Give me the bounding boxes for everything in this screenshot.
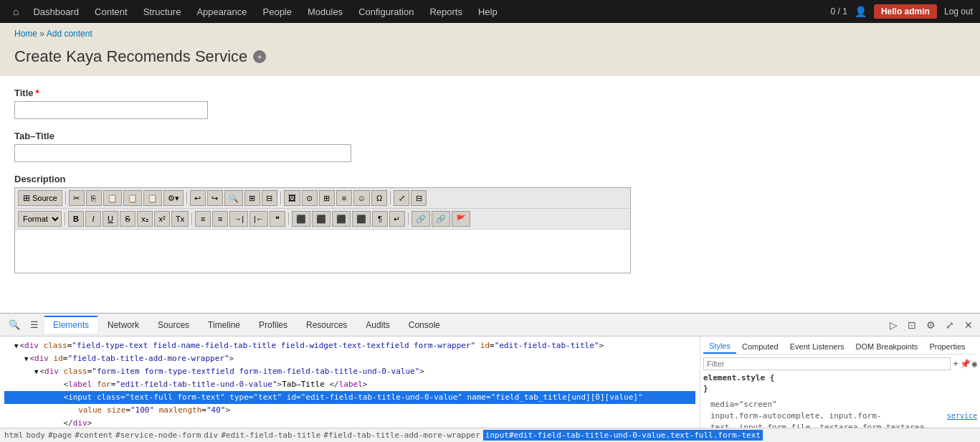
nav-configuration[interactable]: Configuration (351, 2, 421, 22)
find-button[interactable]: 🔍 (224, 190, 243, 206)
main-content: Title * Tab–Title Description ⊞ Source ✂… (0, 76, 980, 296)
align-left-button[interactable]: ⬛ (292, 211, 310, 227)
paste-text-button[interactable]: 📋 (123, 190, 142, 206)
special-char-button[interactable]: Ω (371, 190, 387, 206)
editor-toolbar-row1: ⊞ Source ✂ ⎘ 📋 📋 📋 ⚙▾ ↩ ↪ 🔍 ⊞ ⊟ 🖼 ⊙ ⊞ (15, 188, 630, 209)
tab-title-label: Tab–Title (14, 131, 966, 141)
title-field-group: Title * (14, 88, 966, 119)
cut-button[interactable]: ✂ (69, 190, 85, 206)
description-label: Description (14, 174, 966, 184)
toolbar-separator-5 (65, 212, 65, 225)
emoticon-button[interactable]: ☺ (353, 190, 370, 206)
format-select[interactable]: Format (18, 211, 62, 227)
nav-content[interactable]: Content (87, 2, 135, 22)
toolbar-separator-3 (280, 192, 281, 204)
blockquote-button[interactable]: ❝ (270, 211, 285, 227)
nav-structure[interactable]: Structure (136, 2, 189, 22)
top-nav-right: 0 / 1 👤 Hello admin Log out (831, 4, 973, 19)
subscript-button[interactable]: x₂ (137, 211, 153, 227)
strikethrough-button[interactable]: S (120, 211, 135, 227)
page-title: Create Kaya Recomends Service (14, 47, 247, 66)
user-count: 0 / 1 (831, 6, 847, 17)
undo-button[interactable]: ↩ (190, 190, 206, 206)
copy-button[interactable]: ⎘ (86, 190, 102, 206)
lines-button[interactable]: ≡ (336, 190, 352, 206)
maximize-button[interactable]: ⤢ (394, 190, 409, 206)
italic-button[interactable]: I (85, 211, 101, 227)
toolbar-separator-1 (65, 192, 66, 204)
align-right-button[interactable]: ⬛ (332, 211, 351, 227)
toolbar-separator-4 (390, 192, 391, 204)
title-label: Title * (14, 88, 966, 98)
title-required-marker: * (36, 88, 39, 98)
breadcrumb-home[interactable]: Home (14, 29, 37, 39)
user-icon: 👤 (855, 6, 867, 17)
description-field-group: Description ⊞ Source ✂ ⎘ 📋 📋 📋 ⚙▾ ↩ ↪ 🔍 (14, 174, 966, 273)
show-blocks-button[interactable]: ⊟ (411, 190, 427, 206)
nav-help[interactable]: Help (471, 2, 505, 22)
top-navigation: ⌂ Dashboard Content Structure Appearance… (0, 0, 980, 23)
align-center-button[interactable]: ⬛ (312, 211, 330, 227)
paste-word-button[interactable]: 📋 (143, 190, 162, 206)
table-add-button[interactable]: ⊞ (244, 190, 260, 206)
bold-button[interactable]: B (68, 211, 84, 227)
nav-people[interactable]: People (256, 2, 299, 22)
hello-admin-badge: Hello admin (874, 4, 937, 19)
align-justify-button[interactable]: ⬛ (352, 211, 371, 227)
rich-text-editor: ⊞ Source ✂ ⎘ 📋 📋 📋 ⚙▾ ↩ ↪ 🔍 ⊞ ⊟ 🖼 ⊙ ⊞ (14, 187, 631, 273)
outdent-button[interactable]: |← (249, 211, 268, 227)
nav-modules[interactable]: Modules (300, 2, 350, 22)
title-input[interactable] (14, 101, 208, 119)
redo-button[interactable]: ↪ (207, 190, 223, 206)
nav-dashboard[interactable]: Dashboard (26, 2, 86, 22)
page-title-area: Create Kaya Recomends Service + (0, 44, 980, 76)
home-icon[interactable]: ⌂ (7, 3, 24, 20)
table-remove-button[interactable]: ⊟ (262, 190, 277, 206)
breadcrumb: Home » Add content (0, 23, 980, 44)
spellcheck-button[interactable]: ⚙▾ (163, 190, 184, 206)
nav-reports[interactable]: Reports (422, 2, 470, 22)
link-button[interactable]: 🔗 (411, 211, 430, 227)
toolbar-separator-2 (186, 192, 187, 204)
source-icon: ⊞ (23, 193, 30, 203)
toolbar-separator-6 (191, 212, 192, 225)
anchor-button[interactable]: 🚩 (452, 211, 470, 227)
table-button[interactable]: ⊞ (319, 190, 335, 206)
superscript-button[interactable]: x² (154, 211, 170, 227)
bidi-rtl-button[interactable]: ↵ (389, 211, 405, 227)
source-button[interactable]: ⊞ Source (18, 190, 62, 206)
editor-content-area[interactable] (15, 230, 630, 273)
page-info-icon[interactable]: + (253, 50, 266, 63)
logout-button[interactable]: Log out (944, 6, 973, 17)
indent-button[interactable]: →| (229, 211, 248, 227)
editor-toolbar-row2: Format B I U S x₂ x² Tx ≡ ≡ →| |← ❝ ⬛ ⬛ … (15, 209, 630, 230)
bidi-ltr-button[interactable]: ¶ (372, 211, 388, 227)
breadcrumb-separator: » (39, 29, 46, 39)
unlink-button[interactable]: 🔗 (432, 211, 450, 227)
toolbar-separator-8 (408, 212, 409, 225)
image-button[interactable]: 🖼 (284, 190, 300, 206)
flash-button[interactable]: ⊙ (302, 190, 318, 206)
nav-appearance[interactable]: Appearance (189, 2, 254, 22)
tab-title-input[interactable] (14, 144, 351, 162)
underline-button[interactable]: U (103, 211, 118, 227)
remove-format-button[interactable]: Tx (171, 211, 189, 227)
paste-button[interactable]: 📋 (103, 190, 122, 206)
breadcrumb-add-content[interactable]: Add content (47, 29, 92, 39)
unordered-list-button[interactable]: ≡ (212, 211, 228, 227)
ordered-list-button[interactable]: ≡ (195, 211, 211, 227)
toolbar-separator-7 (288, 212, 289, 225)
tab-title-field-group: Tab–Title (14, 131, 966, 162)
